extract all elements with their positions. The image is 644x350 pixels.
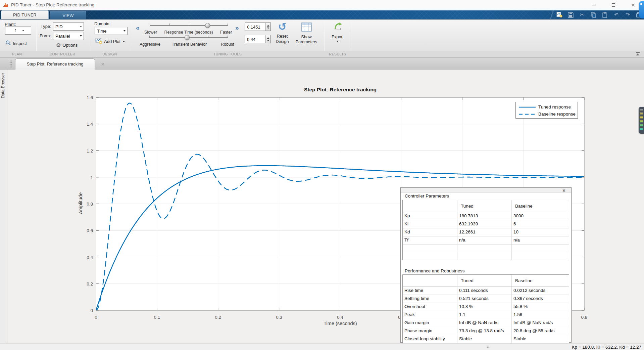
status-gains-readout: Kp = 180.8, Ki = 632.2, Kd = 12.27 <box>572 345 641 350</box>
table-cell: 1.56 <box>512 311 569 319</box>
table-row <box>403 251 569 260</box>
table-cell: n/a <box>457 236 512 244</box>
table-cell: Inf dB @ NaN rad/s <box>457 319 512 327</box>
table-cell: Stable <box>512 335 569 343</box>
table-cell: Rise time <box>403 287 457 295</box>
table-cell: Stable <box>457 335 512 343</box>
table-cell <box>403 245 457 251</box>
table-cell: Ki <box>403 220 457 228</box>
table-cell: 0.111 seconds <box>457 287 512 295</box>
parameters-panel: ✕ Controller Parameters TunedBaselineKp1… <box>400 187 572 343</box>
table-header-row: TunedBaseline <box>403 200 569 212</box>
table-header-cell: Baseline <box>512 275 569 287</box>
table-cell: 10.3 % <box>457 303 512 311</box>
table-header-cell <box>403 275 457 287</box>
y-tick-label: 0.6 <box>87 228 93 233</box>
table-row: Settling time0.521 seconds0.367 seconds <box>403 295 569 303</box>
table-cell: 6 <box>512 220 569 228</box>
table-header-row: TunedBaseline <box>403 275 569 287</box>
table-row: Closed-loop stabilityStableStable <box>403 335 569 343</box>
table-header-cell <box>403 200 457 212</box>
status-grip <box>487 345 490 349</box>
plot-legend[interactable]: Tuned response Baseline response <box>515 102 578 119</box>
y-tick-label: 1 <box>90 175 93 180</box>
table-row: Rise time0.111 seconds0.0212 seconds <box>403 287 569 295</box>
table-cell <box>512 251 569 260</box>
table-row: Gain marginInf dB @ NaN rad/sInf dB @ Na… <box>403 319 569 327</box>
x-tick-label: 0.3 <box>276 315 282 320</box>
table-cell: 73.3 deg @ 13.8 rad/s <box>457 327 512 335</box>
table-cell: 55.8 % <box>512 303 569 311</box>
performance-table: TunedBaselineRise time0.111 seconds0.021… <box>402 274 569 344</box>
table-row <box>403 245 569 251</box>
y-tick-label: 0 <box>90 308 93 313</box>
status-bar: Kp = 180.8, Ki = 632.2, Kd = 12.27 <box>0 343 644 350</box>
table-cell: 12.2661 <box>457 228 512 236</box>
legend-entry: Baseline response <box>538 112 576 117</box>
x-tick-label: 0.1 <box>154 315 160 320</box>
table-row: Ki632.19396 <box>403 220 569 228</box>
baseline-line-sample <box>518 113 536 115</box>
y-tick-label: 1.6 <box>87 95 93 100</box>
table-cell <box>457 251 512 260</box>
table-cell: 0.367 seconds <box>512 295 569 303</box>
pid-tuner-window: PID Tuner - Step Plot: Reference trackin… <box>0 0 644 350</box>
table-cell <box>512 245 569 251</box>
table-cell: 3000 <box>512 212 569 220</box>
y-axis-label: Amplitude <box>78 183 83 223</box>
table-cell: Gain margin <box>403 319 457 327</box>
table-cell: Settling time <box>403 295 457 303</box>
table-cell: Peak <box>403 311 457 319</box>
table-row: Peak1.11.56 <box>403 311 569 319</box>
table-header-cell: Tuned <box>457 200 512 212</box>
performance-title: Performance and Robustness <box>405 268 465 273</box>
table-cell: 0.0212 seconds <box>512 287 569 295</box>
table-header-cell: Baseline <box>512 200 569 212</box>
x-axis-label: Time (seconds) <box>273 321 407 326</box>
y-tick-label: 0.2 <box>87 281 93 287</box>
x-tick-label: 0.4 <box>337 315 343 320</box>
table-cell: 632.1939 <box>457 220 512 228</box>
table-cell: Phase margin <box>403 327 457 335</box>
table-cell: Closed-loop stability <box>403 335 457 343</box>
table-cell: 0.521 seconds <box>457 295 512 303</box>
table-cell: Kd <box>403 228 457 236</box>
table-row: Tfn/an/a <box>403 236 569 245</box>
table-row: Kp180.78133000 <box>403 212 569 220</box>
table-cell: Overshoot <box>403 303 457 311</box>
table-row: Phase margin73.3 deg @ 13.8 rad/s20.8 de… <box>403 327 569 335</box>
table-cell: Tf <box>403 236 457 244</box>
table-cell: 180.7813 <box>457 212 512 220</box>
panel-header[interactable] <box>401 188 571 193</box>
edge-peek-meter[interactable] <box>639 107 644 134</box>
table-cell: 10 <box>512 228 569 236</box>
panel-close-icon[interactable]: ✕ <box>562 188 566 193</box>
table-cell: 1.1 <box>457 311 512 319</box>
table-cell: Kp <box>403 212 457 220</box>
table-row: Overshoot10.3 %55.8 % <box>403 303 569 311</box>
table-row: Kd12.266110 <box>403 228 569 236</box>
x-tick-label: 0 <box>95 315 97 320</box>
meter-bars <box>640 109 643 131</box>
x-tick-label: 0.2 <box>215 315 221 320</box>
table-cell: Inf dB @ NaN rad/s <box>512 319 569 327</box>
edge-peek-window[interactable] <box>639 1 644 18</box>
table-cell <box>457 245 512 251</box>
table-header-cell: Tuned <box>457 275 512 287</box>
y-tick-label: 0.4 <box>87 255 93 260</box>
y-tick-label: 1.2 <box>87 148 93 154</box>
y-tick-label: 1.4 <box>87 122 93 127</box>
plot-title: Step Plot: Reference tracking <box>240 87 441 93</box>
legend-entry: Tuned response <box>538 104 571 110</box>
tuned-line-sample <box>518 106 536 108</box>
table-cell: n/a <box>512 236 569 244</box>
controller-parameters-title: Controller Parameters <box>405 193 449 199</box>
table-cell: 20.8 deg @ 55 rad/s <box>512 327 569 335</box>
y-tick-label: 0.8 <box>87 202 93 207</box>
table-cell <box>403 251 457 260</box>
x-tick-label: 0.8 <box>581 315 588 320</box>
controller-parameters-table: TunedBaselineKp180.78133000Ki632.19396Kd… <box>402 200 569 260</box>
